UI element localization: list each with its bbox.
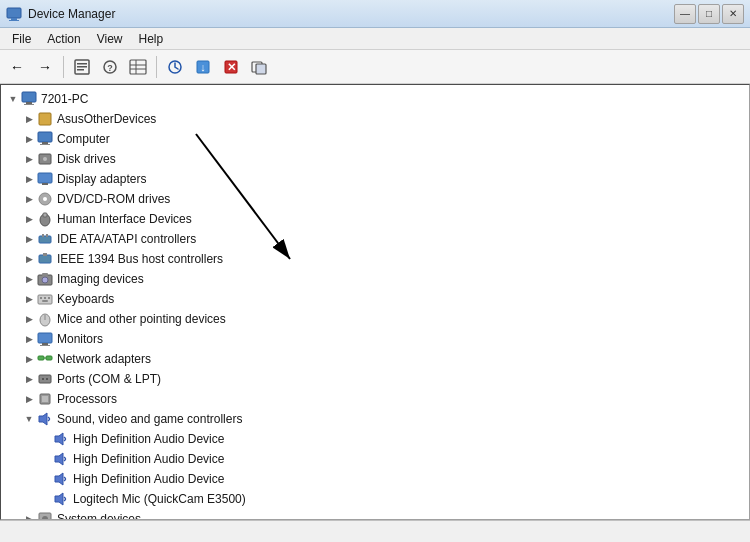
toolbar: ← → ? ↓ (0, 50, 750, 84)
tree-label-ieee: IEEE 1394 Bus host controllers (57, 252, 223, 266)
details-button[interactable] (125, 54, 151, 80)
tree-label-asus: AsusOtherDevices (57, 112, 156, 126)
expander-mice[interactable]: ▶ (21, 311, 37, 327)
svg-marker-62 (55, 433, 63, 445)
expander-processors[interactable]: ▶ (21, 391, 37, 407)
expander-display[interactable]: ▶ (21, 171, 37, 187)
expander-hid[interactable]: ▶ (21, 211, 37, 227)
svg-marker-64 (55, 473, 63, 485)
tree-label-disk: Disk drives (57, 152, 116, 166)
svg-rect-54 (46, 356, 52, 360)
tree-label-logitech: Logitech Mic (QuickCam E3500) (73, 492, 246, 506)
sound-icon (37, 411, 53, 427)
tree-item-dvd[interactable]: ▶DVD/CD-ROM drives (1, 189, 749, 209)
tree-item-logitech[interactable]: Logitech Mic (QuickCam E3500) (1, 489, 749, 509)
menu-file[interactable]: File (4, 29, 39, 49)
tree-item-imaging[interactable]: ▶Imaging devices (1, 269, 749, 289)
expander-keyboards[interactable]: ▶ (21, 291, 37, 307)
tree-item-hd1[interactable]: High Definition Audio Device (1, 429, 749, 449)
tree-item-computer[interactable]: ▶Computer (1, 129, 749, 149)
ide-icon (37, 231, 53, 247)
minimize-button[interactable]: — (674, 4, 696, 24)
expander-network[interactable]: ▶ (21, 351, 37, 367)
tree-item-display[interactable]: ▶Display adapters (1, 169, 749, 189)
view-properties-button[interactable] (69, 54, 95, 80)
tree-label-monitors: Monitors (57, 332, 103, 346)
svg-rect-47 (42, 300, 48, 302)
tree-item-monitors[interactable]: ▶Monitors (1, 329, 749, 349)
tree-label-imaging: Imaging devices (57, 272, 144, 286)
expander-ide[interactable]: ▶ (21, 231, 37, 247)
tree-item-hd2[interactable]: High Definition Audio Device (1, 449, 749, 469)
cpu-icon (37, 391, 53, 407)
camera-icon (37, 271, 53, 287)
expander-logitech (37, 491, 53, 507)
expander-monitors[interactable]: ▶ (21, 331, 37, 347)
tree-item-sound[interactable]: ▼Sound, video and game controllers (1, 409, 749, 429)
scan-hardware-button[interactable] (162, 54, 188, 80)
expander-system[interactable]: ▶ (21, 511, 37, 520)
audio-icon (53, 471, 69, 487)
network-icon (37, 351, 53, 367)
svg-rect-39 (43, 253, 47, 256)
tree-label-hd3: High Definition Audio Device (73, 472, 224, 486)
toggle-filter-button[interactable]: ? (97, 54, 123, 80)
expander-asus[interactable]: ▶ (21, 111, 37, 127)
update-driver-button[interactable]: ↓ (190, 54, 216, 80)
expander-sound[interactable]: ▼ (21, 411, 37, 427)
maximize-button[interactable]: □ (698, 4, 720, 24)
ieee-icon (37, 251, 53, 267)
toolbar-separator-1 (63, 56, 64, 78)
expander-dvd[interactable]: ▶ (21, 191, 37, 207)
svg-rect-20 (22, 92, 36, 102)
tree-label-ports: Ports (COM & LPT) (57, 372, 161, 386)
tree-item-keyboards[interactable]: ▶Keyboards (1, 289, 749, 309)
expander-disk[interactable]: ▶ (21, 151, 37, 167)
svg-text:?: ? (107, 63, 113, 73)
tree-item-root[interactable]: ▼7201-PC (1, 89, 749, 109)
tree-label-processors: Processors (57, 392, 117, 406)
status-bar (0, 520, 750, 542)
tree-item-mice[interactable]: ▶Mice and other pointing devices (1, 309, 749, 329)
menu-action[interactable]: Action (39, 29, 88, 49)
expander-imaging[interactable]: ▶ (21, 271, 37, 287)
audio-icon (53, 431, 69, 447)
expander-root[interactable]: ▼ (5, 91, 21, 107)
expander-ports[interactable]: ▶ (21, 371, 37, 387)
remove-device-button[interactable]: ✕ (218, 54, 244, 80)
system-icon (37, 511, 53, 520)
svg-rect-9 (130, 60, 146, 74)
menu-view[interactable]: View (89, 29, 131, 49)
svg-rect-44 (40, 297, 42, 299)
tree-item-hd3[interactable]: High Definition Audio Device (1, 469, 749, 489)
device-properties-button[interactable] (246, 54, 272, 80)
svg-point-41 (42, 277, 48, 283)
tree-item-ports[interactable]: ▶Ports (COM & LPT) (1, 369, 749, 389)
display-icon (37, 171, 53, 187)
tree-item-hid[interactable]: ▶Human Interface Devices (1, 209, 749, 229)
device-tree-panel: ▼7201-PC▶AsusOtherDevices▶Computer▶Disk … (0, 84, 750, 520)
tree-item-ieee[interactable]: ▶IEEE 1394 Bus host controllers (1, 249, 749, 269)
back-button[interactable]: ← (4, 54, 30, 80)
tree-label-display: Display adapters (57, 172, 146, 186)
tree-item-network[interactable]: ▶Network adapters (1, 349, 749, 369)
title-bar: Device Manager — □ ✕ (0, 0, 750, 28)
keyboard-icon (37, 291, 53, 307)
window-title: Device Manager (28, 7, 674, 21)
expander-ieee[interactable]: ▶ (21, 251, 37, 267)
tree-item-ide[interactable]: ▶IDE ATA/ATAPI controllers (1, 229, 749, 249)
forward-button[interactable]: → (32, 54, 58, 80)
audio-icon (53, 451, 69, 467)
menu-help[interactable]: Help (131, 29, 172, 49)
hid-icon (37, 211, 53, 227)
tree-item-processors[interactable]: ▶Processors (1, 389, 749, 409)
tree-label-network: Network adapters (57, 352, 151, 366)
close-button[interactable]: ✕ (722, 4, 744, 24)
svg-rect-51 (42, 343, 48, 345)
expander-computer[interactable]: ▶ (21, 131, 37, 147)
tree-item-system[interactable]: ▶System devices (1, 509, 749, 520)
computer2-icon (37, 131, 53, 147)
tree-item-asus[interactable]: ▶AsusOtherDevices (1, 109, 749, 129)
tree-item-disk[interactable]: ▶Disk drives (1, 149, 749, 169)
tree-label-ide: IDE ATA/ATAPI controllers (57, 232, 196, 246)
